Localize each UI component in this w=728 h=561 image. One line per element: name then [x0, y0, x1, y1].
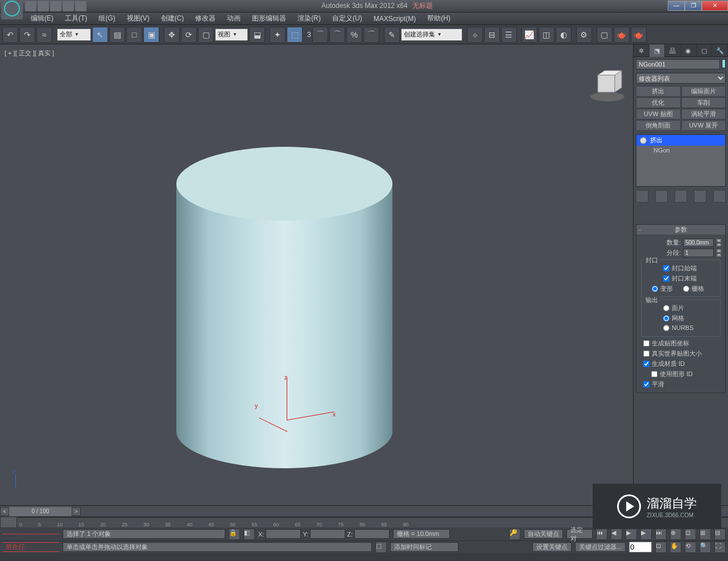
nav-orbit[interactable]: ⟲: [685, 542, 696, 553]
gen-matid-checkbox[interactable]: [643, 361, 650, 367]
patch-radio[interactable]: [663, 305, 669, 311]
key-icon[interactable]: 🔑: [509, 529, 520, 540]
menu-tools[interactable]: 工具(T): [59, 12, 93, 25]
menu-customize[interactable]: 自定义(U): [326, 12, 368, 25]
edit-named-sel[interactable]: ✎: [384, 27, 400, 43]
modifier-list-dropdown[interactable]: 修改器列表: [636, 73, 726, 84]
modifier-lathe[interactable]: 车削: [681, 97, 726, 108]
set-key-button[interactable]: 设置关键点: [532, 542, 572, 552]
close-button[interactable]: ✕: [702, 1, 728, 11]
menu-group[interactable]: 组(G): [93, 12, 121, 25]
modifier-bevelprofile[interactable]: 倒角剖面: [636, 120, 681, 131]
selection-filter[interactable]: 全部▼: [57, 28, 91, 41]
key-filter-button[interactable]: 关键点过滤器...: [575, 542, 626, 552]
viewcube[interactable]: [588, 67, 627, 107]
qat-button[interactable]: [38, 1, 49, 11]
cap-end-checkbox[interactable]: [663, 275, 669, 282]
move-button[interactable]: ✥: [164, 27, 180, 43]
qat-button[interactable]: [25, 1, 36, 11]
select-region-button[interactable]: □: [126, 27, 142, 43]
schematic-button[interactable]: ◫: [539, 27, 555, 43]
menu-animation[interactable]: 动画: [221, 12, 246, 25]
select-button[interactable]: ↖: [92, 27, 108, 43]
viewport-label[interactable]: [ + ][ 正交 ][ 真实 ]: [5, 49, 54, 57]
modifier-turbosmooth[interactable]: 涡轮平滑: [681, 109, 726, 119]
maximize-button[interactable]: ❐: [685, 1, 702, 11]
morph-radio[interactable]: [652, 286, 658, 292]
use-shapeid-checkbox[interactable]: [651, 371, 657, 377]
segments-spinner[interactable]: [683, 249, 714, 257]
x-coord-input[interactable]: [266, 529, 301, 539]
menu-help[interactable]: 帮助(H): [421, 12, 456, 25]
spinner-snap[interactable]: ⌒: [363, 27, 379, 43]
layers-button[interactable]: ☰: [501, 27, 517, 43]
cap-start-checkbox[interactable]: [663, 265, 669, 271]
show-end-button[interactable]: [655, 190, 668, 203]
render-button[interactable]: 🫖: [614, 27, 630, 43]
render-frame-button[interactable]: ▢: [597, 27, 613, 43]
timeline-frame[interactable]: 0 / 100: [9, 507, 72, 516]
amount-spinbuttons[interactable]: ▲▼: [716, 238, 722, 247]
modify-tab[interactable]: ⬔: [650, 44, 665, 57]
angle-snap[interactable]: ⌒: [329, 27, 345, 43]
menu-modifiers[interactable]: 修改器: [189, 12, 221, 25]
qat-button[interactable]: [50, 1, 61, 11]
selected-box[interactable]: 选定对: [566, 529, 593, 539]
nav-1[interactable]: ⊕: [670, 529, 681, 540]
timeline-right[interactable]: >: [72, 507, 81, 516]
object-name-input[interactable]: [636, 59, 720, 69]
next-frame[interactable]: ▶: [640, 529, 652, 540]
undo-button[interactable]: ↶: [2, 27, 18, 43]
cylinder-object[interactable]: [176, 184, 392, 468]
window-crossing-button[interactable]: ▣: [143, 27, 159, 43]
menu-create[interactable]: 创建(C): [155, 12, 190, 25]
auto-key-button[interactable]: 自动关键点: [524, 529, 563, 539]
curve-editor-button[interactable]: 📈: [522, 27, 537, 43]
add-time-tag[interactable]: 添加时间标记: [390, 542, 458, 552]
grid-radio[interactable]: [683, 286, 689, 292]
pin-stack-button[interactable]: [636, 190, 648, 203]
stack-item-ngon[interactable]: NGon: [636, 146, 725, 155]
remove-mod-button[interactable]: [694, 190, 706, 203]
timeline-left[interactable]: <: [0, 507, 9, 516]
time-config[interactable]: ⊡: [655, 542, 667, 553]
params-rollout-header[interactable]: -参数: [636, 225, 725, 234]
config-button[interactable]: [713, 190, 726, 203]
material-editor-button[interactable]: ◐: [556, 27, 572, 43]
modifier-extrude[interactable]: 挤出: [636, 86, 681, 97]
smooth-checkbox[interactable]: [643, 381, 650, 387]
rotate-button[interactable]: ⟳: [181, 27, 197, 43]
render-prod-button[interactable]: 🫖: [631, 27, 647, 43]
y-coord-input[interactable]: [310, 529, 345, 539]
pivot-button[interactable]: ⬓: [249, 27, 265, 43]
snap-toggle[interactable]: ⌒: [312, 27, 328, 43]
eye-icon[interactable]: [640, 137, 647, 144]
nav-zoom[interactable]: 🔍: [700, 542, 711, 553]
gen-map-checkbox[interactable]: [643, 340, 650, 346]
motion-tab[interactable]: ◉: [681, 44, 697, 57]
qat-button[interactable]: [75, 1, 86, 11]
modifier-editpatch[interactable]: 编辑面片: [681, 86, 726, 97]
isolate-button[interactable]: ◧: [243, 529, 255, 540]
modifier-uvwmap[interactable]: UVW 贴图: [636, 109, 681, 119]
nav-2[interactable]: ⊡: [685, 529, 696, 540]
mesh-radio[interactable]: [663, 315, 669, 321]
create-tab[interactable]: ✲: [634, 44, 650, 57]
named-selection-set[interactable]: 创建选择集▼: [401, 28, 462, 41]
goto-start[interactable]: ⏮: [596, 529, 607, 540]
z-coord-input[interactable]: [354, 529, 390, 539]
stack-item-extrude[interactable]: 挤出: [636, 135, 725, 146]
menu-views[interactable]: 视图(V): [121, 12, 155, 25]
link-button[interactable]: ≈: [36, 27, 52, 43]
nav-max[interactable]: ⛶: [714, 542, 726, 553]
select-name-button[interactable]: ▤: [109, 27, 125, 43]
hierarchy-tab[interactable]: 品: [665, 44, 681, 57]
align-button[interactable]: ⊟: [484, 27, 500, 43]
modifier-stack[interactable]: 挤出 NGon: [636, 134, 726, 187]
app-menu-button[interactable]: [1, 0, 23, 19]
menu-render[interactable]: 渲染(R): [292, 12, 326, 25]
prev-frame[interactable]: ◀: [611, 529, 622, 540]
goto-end[interactable]: ⏭: [655, 529, 667, 540]
current-frame-input[interactable]: [629, 542, 652, 552]
amount-spinner[interactable]: [683, 238, 714, 247]
